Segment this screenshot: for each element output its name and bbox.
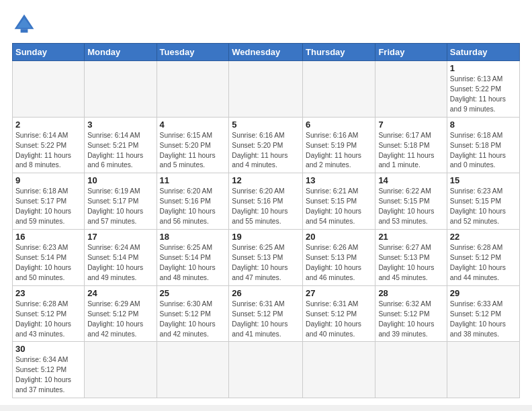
day-info: Sunrise: 6:20 AM Sunset: 5:16 PM Dayligh… <box>160 187 226 227</box>
day-number: 10 <box>87 175 153 185</box>
calendar-cell: 10Sunrise: 6:19 AM Sunset: 5:17 PM Dayli… <box>85 173 157 230</box>
day-info: Sunrise: 6:14 AM Sunset: 5:22 PM Dayligh… <box>15 131 81 171</box>
day-number: 6 <box>306 120 372 130</box>
day-info: Sunrise: 6:24 AM Sunset: 5:14 PM Dayligh… <box>87 243 153 283</box>
calendar-cell <box>375 61 447 118</box>
day-info: Sunrise: 6:14 AM Sunset: 5:21 PM Dayligh… <box>87 131 153 171</box>
day-info: Sunrise: 6:28 AM Sunset: 5:12 PM Dayligh… <box>450 243 517 283</box>
calendar-cell: 24Sunrise: 6:29 AM Sunset: 5:12 PM Dayli… <box>85 285 157 342</box>
calendar-cell: 19Sunrise: 6:25 AM Sunset: 5:13 PM Dayli… <box>229 230 303 286</box>
day-number: 26 <box>232 288 300 298</box>
day-info: Sunrise: 6:29 AM Sunset: 5:12 PM Dayligh… <box>87 300 153 340</box>
day-number: 11 <box>160 175 226 185</box>
week-row-3: 16Sunrise: 6:23 AM Sunset: 5:14 PM Dayli… <box>13 230 520 286</box>
logo-icon <box>12 12 36 36</box>
calendar-cell: 9Sunrise: 6:18 AM Sunset: 5:17 PM Daylig… <box>13 173 85 230</box>
header <box>12 12 520 36</box>
week-row-0: 1Sunrise: 6:13 AM Sunset: 5:22 PM Daylig… <box>13 61 520 118</box>
day-number: 23 <box>15 288 81 298</box>
day-number: 14 <box>378 175 443 185</box>
day-info: Sunrise: 6:34 AM Sunset: 5:12 PM Dayligh… <box>15 355 81 396</box>
calendar-cell: 6Sunrise: 6:16 AM Sunset: 5:19 PM Daylig… <box>303 117 375 173</box>
day-number: 20 <box>306 232 372 242</box>
day-info: Sunrise: 6:18 AM Sunset: 5:18 PM Dayligh… <box>450 131 517 171</box>
weekday-tuesday: Tuesday <box>157 44 229 61</box>
day-info: Sunrise: 6:16 AM Sunset: 5:19 PM Dayligh… <box>306 131 372 171</box>
day-info: Sunrise: 6:15 AM Sunset: 5:20 PM Dayligh… <box>160 131 226 171</box>
calendar-cell: 30Sunrise: 6:34 AM Sunset: 5:12 PM Dayli… <box>13 342 85 398</box>
day-number: 12 <box>232 175 300 185</box>
calendar-cell: 12Sunrise: 6:20 AM Sunset: 5:16 PM Dayli… <box>229 173 303 230</box>
calendar-cell <box>303 61 375 118</box>
calendar-cell: 27Sunrise: 6:31 AM Sunset: 5:12 PM Dayli… <box>303 285 375 342</box>
calendar-cell: 18Sunrise: 6:25 AM Sunset: 5:14 PM Dayli… <box>157 230 229 286</box>
day-info: Sunrise: 6:13 AM Sunset: 5:22 PM Dayligh… <box>450 75 517 115</box>
calendar-cell: 15Sunrise: 6:23 AM Sunset: 5:15 PM Dayli… <box>447 173 519 230</box>
calendar-cell: 29Sunrise: 6:33 AM Sunset: 5:12 PM Dayli… <box>447 285 519 342</box>
weekday-thursday: Thursday <box>303 44 375 61</box>
calendar-cell <box>85 342 157 398</box>
day-info: Sunrise: 6:26 AM Sunset: 5:13 PM Dayligh… <box>306 243 372 283</box>
calendar-cell <box>375 342 447 398</box>
day-number: 2 <box>15 120 81 130</box>
calendar-cell: 25Sunrise: 6:30 AM Sunset: 5:12 PM Dayli… <box>157 285 229 342</box>
weekday-sunday: Sunday <box>13 44 85 61</box>
week-row-4: 23Sunrise: 6:28 AM Sunset: 5:12 PM Dayli… <box>13 285 520 342</box>
day-number: 18 <box>160 232 226 242</box>
calendar-cell: 20Sunrise: 6:26 AM Sunset: 5:13 PM Dayli… <box>303 230 375 286</box>
calendar-cell: 2Sunrise: 6:14 AM Sunset: 5:22 PM Daylig… <box>13 117 85 173</box>
day-number: 1 <box>450 63 517 73</box>
calendar-cell: 28Sunrise: 6:32 AM Sunset: 5:12 PM Dayli… <box>375 285 447 342</box>
calendar-cell <box>303 342 375 398</box>
day-info: Sunrise: 6:25 AM Sunset: 5:14 PM Dayligh… <box>160 243 226 283</box>
calendar-table: SundayMondayTuesdayWednesdayThursdayFrid… <box>12 43 520 398</box>
calendar-cell: 13Sunrise: 6:21 AM Sunset: 5:15 PM Dayli… <box>303 173 375 230</box>
day-info: Sunrise: 6:30 AM Sunset: 5:12 PM Dayligh… <box>160 300 226 340</box>
calendar-cell: 11Sunrise: 6:20 AM Sunset: 5:16 PM Dayli… <box>157 173 229 230</box>
day-info: Sunrise: 6:31 AM Sunset: 5:12 PM Dayligh… <box>306 300 372 340</box>
calendar-cell <box>229 342 303 398</box>
day-info: Sunrise: 6:19 AM Sunset: 5:17 PM Dayligh… <box>87 187 153 227</box>
svg-rect-2 <box>21 29 28 32</box>
day-info: Sunrise: 6:32 AM Sunset: 5:12 PM Dayligh… <box>378 300 443 340</box>
week-row-5: 30Sunrise: 6:34 AM Sunset: 5:12 PM Dayli… <box>13 342 520 398</box>
week-row-1: 2Sunrise: 6:14 AM Sunset: 5:22 PM Daylig… <box>13 117 520 173</box>
day-number: 5 <box>232 120 300 130</box>
calendar-cell <box>229 61 303 118</box>
calendar-cell: 3Sunrise: 6:14 AM Sunset: 5:21 PM Daylig… <box>85 117 157 173</box>
weekday-friday: Friday <box>375 44 447 61</box>
day-number: 30 <box>15 344 81 354</box>
calendar-cell: 7Sunrise: 6:17 AM Sunset: 5:18 PM Daylig… <box>375 117 447 173</box>
weekday-monday: Monday <box>85 44 157 61</box>
day-info: Sunrise: 6:23 AM Sunset: 5:14 PM Dayligh… <box>15 243 81 283</box>
day-info: Sunrise: 6:25 AM Sunset: 5:13 PM Dayligh… <box>232 243 300 283</box>
day-info: Sunrise: 6:17 AM Sunset: 5:18 PM Dayligh… <box>378 131 443 171</box>
day-number: 16 <box>15 232 81 242</box>
page: SundayMondayTuesdayWednesdayThursdayFrid… <box>0 0 532 405</box>
day-info: Sunrise: 6:31 AM Sunset: 5:12 PM Dayligh… <box>232 300 300 340</box>
day-number: 24 <box>87 288 153 298</box>
day-number: 17 <box>87 232 153 242</box>
weekday-wednesday: Wednesday <box>229 44 303 61</box>
calendar-cell: 5Sunrise: 6:16 AM Sunset: 5:20 PM Daylig… <box>229 117 303 173</box>
day-number: 3 <box>87 120 153 130</box>
day-info: Sunrise: 6:18 AM Sunset: 5:17 PM Dayligh… <box>15 187 81 227</box>
day-number: 8 <box>450 120 517 130</box>
day-number: 28 <box>378 288 443 298</box>
calendar-cell: 23Sunrise: 6:28 AM Sunset: 5:12 PM Dayli… <box>13 285 85 342</box>
logo <box>12 12 40 36</box>
calendar-cell: 14Sunrise: 6:22 AM Sunset: 5:15 PM Dayli… <box>375 173 447 230</box>
calendar-cell: 16Sunrise: 6:23 AM Sunset: 5:14 PM Dayli… <box>13 230 85 286</box>
day-info: Sunrise: 6:28 AM Sunset: 5:12 PM Dayligh… <box>15 300 81 340</box>
calendar-cell: 1Sunrise: 6:13 AM Sunset: 5:22 PM Daylig… <box>447 61 519 118</box>
day-info: Sunrise: 6:20 AM Sunset: 5:16 PM Dayligh… <box>232 187 300 227</box>
calendar-cell: 8Sunrise: 6:18 AM Sunset: 5:18 PM Daylig… <box>447 117 519 173</box>
calendar-cell: 21Sunrise: 6:27 AM Sunset: 5:13 PM Dayli… <box>375 230 447 286</box>
day-number: 4 <box>160 120 226 130</box>
day-info: Sunrise: 6:23 AM Sunset: 5:15 PM Dayligh… <box>450 187 517 227</box>
day-number: 27 <box>306 288 372 298</box>
day-number: 7 <box>378 120 443 130</box>
weekday-saturday: Saturday <box>447 44 519 61</box>
day-info: Sunrise: 6:33 AM Sunset: 5:12 PM Dayligh… <box>450 300 517 340</box>
weekday-header-row: SundayMondayTuesdayWednesdayThursdayFrid… <box>13 44 520 61</box>
